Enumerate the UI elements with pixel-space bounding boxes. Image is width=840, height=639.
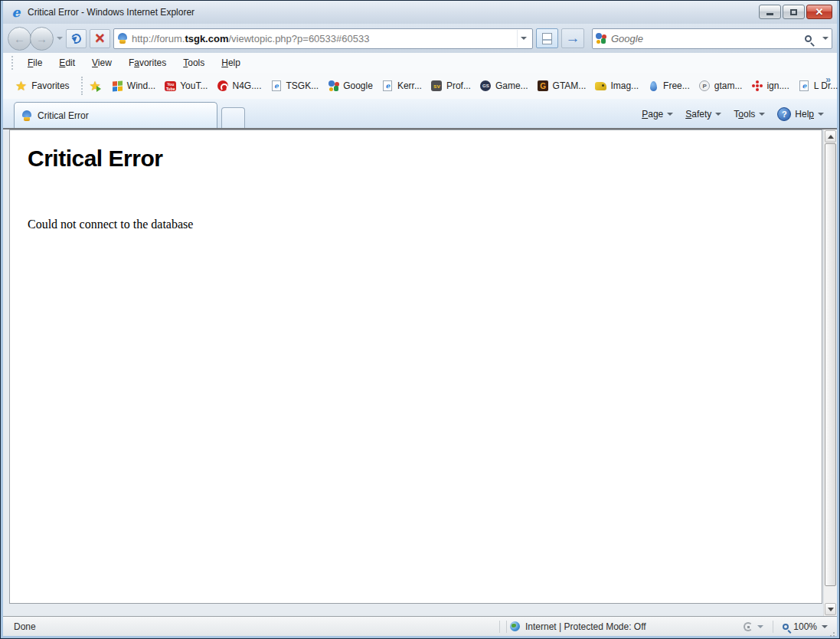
tab-bar: Critical Error Page Safety Tools ?Help bbox=[3, 99, 837, 129]
youtube-icon: YouTube bbox=[165, 80, 176, 92]
browser-viewport: Critical Error Could not connect to the … bbox=[3, 129, 837, 616]
scroll-up-button[interactable] bbox=[825, 130, 836, 143]
tools-menu-button[interactable]: Tools bbox=[728, 106, 770, 123]
ign-icon bbox=[751, 80, 763, 92]
zoom-icon bbox=[783, 624, 789, 630]
ie-page-icon: e bbox=[270, 80, 282, 92]
favorite-item-google[interactable]: Google bbox=[323, 77, 378, 95]
menu-bar: File Edit View Favorites Tools Help bbox=[3, 53, 837, 73]
chevron-down-icon bbox=[757, 625, 763, 628]
zone-text: Internet | Protected Mode: Off bbox=[525, 621, 646, 632]
resize-grip[interactable] bbox=[833, 632, 835, 634]
back-button[interactable]: ← bbox=[8, 27, 31, 51]
favorites-button-label: Favorites bbox=[31, 80, 69, 91]
close-button[interactable]: ✕ bbox=[806, 5, 832, 19]
window-title: Critical Error - Windows Internet Explor… bbox=[28, 7, 194, 18]
gamespot-icon: GS bbox=[480, 80, 492, 92]
favorite-item-tsgk[interactable]: eTSGK... bbox=[266, 77, 323, 95]
titlebar: e Critical Error - Windows Internet Expl… bbox=[3, 1, 837, 24]
favorites-overflow-chevron[interactable]: » bbox=[825, 74, 831, 85]
ie-page-icon: e bbox=[382, 80, 394, 92]
windows-icon bbox=[112, 80, 123, 92]
search-icon[interactable] bbox=[805, 35, 812, 42]
favorite-item-game[interactable]: GSGame... bbox=[476, 77, 533, 95]
broken-page-icon bbox=[542, 33, 552, 44]
divider bbox=[506, 621, 507, 633]
menu-edit[interactable]: Edit bbox=[51, 55, 83, 70]
menu-help[interactable]: Help bbox=[213, 55, 249, 70]
address-dropdown-icon[interactable] bbox=[517, 30, 529, 48]
favorite-item-n4g[interactable]: N4G.... bbox=[212, 77, 266, 95]
google-icon bbox=[596, 33, 606, 44]
favorite-item-imag[interactable]: Imag... bbox=[590, 77, 643, 95]
menu-file[interactable]: File bbox=[19, 55, 51, 70]
favorite-item-free[interactable]: Free... bbox=[643, 77, 695, 95]
page-title: Critical Error bbox=[28, 146, 804, 172]
go-button[interactable]: → bbox=[561, 28, 584, 48]
search-box[interactable]: Google bbox=[592, 28, 832, 49]
favorite-item-ldr[interactable]: eL Dr... bbox=[794, 77, 840, 95]
arrow-up-icon bbox=[828, 135, 834, 139]
new-tab-button[interactable] bbox=[221, 107, 245, 128]
refresh-icon bbox=[70, 32, 83, 45]
favorite-item-youtube[interactable]: YouTubeYouT... bbox=[160, 77, 212, 95]
chevron-down-icon bbox=[667, 113, 673, 116]
drag-grip bbox=[11, 56, 15, 70]
favorite-item-windows[interactable]: Wind... bbox=[107, 77, 160, 95]
forward-button[interactable]: → bbox=[30, 27, 54, 51]
favorite-item-gtamp[interactable]: Pgtam... bbox=[695, 77, 747, 95]
status-text: Done bbox=[6, 621, 496, 632]
compatibility-view-button[interactable] bbox=[536, 28, 558, 48]
search-dropdown-icon[interactable] bbox=[822, 37, 829, 40]
ie-logo-icon: e bbox=[9, 5, 23, 19]
navigation-bar: ← → × http://forum.tsgk.com/viewtopic.ph… bbox=[3, 24, 837, 53]
arrow-down-icon bbox=[828, 608, 834, 611]
web-page: Critical Error Could not connect to the … bbox=[9, 129, 822, 604]
minimize-button[interactable] bbox=[759, 5, 781, 19]
safety-menu-button[interactable]: Safety bbox=[680, 106, 727, 123]
favorite-item-kerr[interactable]: eKerr... bbox=[378, 77, 427, 95]
url-text[interactable]: http://forum.tsgk.com/viewtopic.php?p=60… bbox=[132, 33, 513, 44]
stop-button[interactable]: × bbox=[90, 29, 110, 48]
divider bbox=[773, 621, 773, 633]
menu-favorites[interactable]: Favorites bbox=[120, 55, 175, 70]
maximize-button[interactable] bbox=[783, 5, 805, 19]
command-bar: Page Safety Tools ?Help bbox=[623, 104, 829, 124]
help-icon: ? bbox=[777, 107, 791, 121]
maximize-icon bbox=[790, 9, 797, 15]
history-dropdown-icon[interactable] bbox=[57, 37, 63, 40]
page-menu-button[interactable]: Page bbox=[636, 106, 678, 123]
zoom-control[interactable]: 100% bbox=[776, 621, 834, 632]
menu-tools[interactable]: Tools bbox=[175, 55, 213, 70]
drag-grip bbox=[81, 77, 83, 95]
tab-title: Critical Error bbox=[38, 110, 89, 121]
scrollbar-thumb[interactable] bbox=[825, 143, 836, 586]
search-input[interactable]: Google bbox=[611, 33, 800, 44]
menu-view[interactable]: View bbox=[83, 55, 120, 70]
address-bar[interactable]: http://forum.tsgk.com/viewtopic.php?p=60… bbox=[113, 28, 533, 49]
favorite-item-ign[interactable]: ign.... bbox=[747, 77, 793, 95]
help-menu-button[interactable]: ?Help bbox=[772, 104, 829, 124]
chevron-down-icon bbox=[759, 113, 765, 116]
security-zone[interactable]: Internet | Protected Mode: Off bbox=[510, 621, 701, 632]
favorite-item-gtam[interactable]: GGTAM... bbox=[533, 77, 591, 95]
refresh-button[interactable] bbox=[66, 29, 87, 48]
error-message: Could not connect to the database bbox=[28, 218, 804, 231]
sv-icon: sv bbox=[431, 80, 443, 92]
favorite-item-prof[interactable]: svProf... bbox=[427, 77, 476, 95]
favorites-star-icon: ★ bbox=[15, 80, 27, 93]
flame-icon bbox=[648, 80, 659, 92]
chevron-down-icon bbox=[818, 113, 824, 116]
stop-icon: × bbox=[95, 30, 105, 47]
tab-favicon bbox=[21, 110, 32, 121]
add-to-favorites-bar-icon[interactable]: ★ bbox=[90, 80, 101, 93]
favorites-bar: ★ Favorites ★ Wind... YouTubeYouT... N4G… bbox=[3, 73, 837, 99]
tab-critical-error[interactable]: Critical Error bbox=[14, 102, 217, 128]
status-bar: Done Internet | Protected Mode: Off 100% bbox=[3, 616, 837, 636]
security-report-pane[interactable] bbox=[737, 622, 770, 631]
scroll-down-button[interactable] bbox=[825, 603, 836, 615]
n4g-icon bbox=[217, 80, 228, 92]
minimize-icon bbox=[766, 13, 773, 15]
vertical-scrollbar[interactable] bbox=[823, 129, 837, 616]
favorites-button[interactable]: ★ Favorites bbox=[8, 77, 77, 96]
